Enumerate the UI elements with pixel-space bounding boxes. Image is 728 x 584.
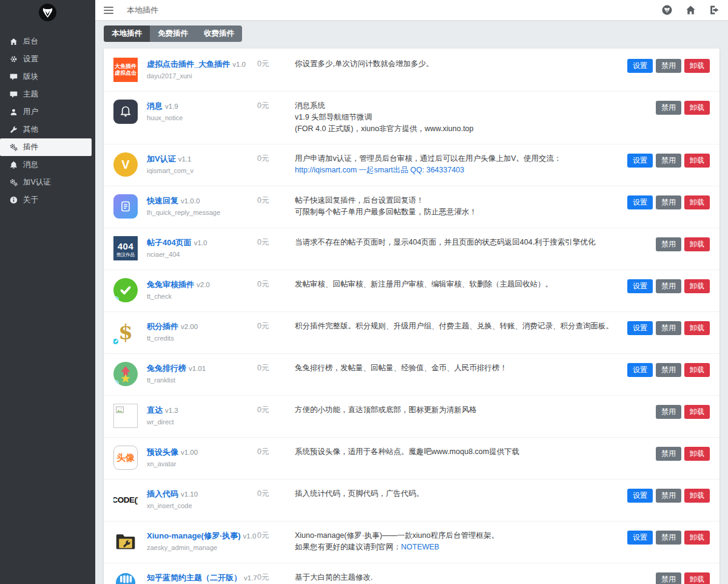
plugin-list-card: 大鱼插件虚拟点击虚拟点击插件_大鱼插件v1.0dayu2017_xuni0元你设…: [104, 49, 720, 584]
uninstall-button[interactable]: 卸载: [684, 279, 710, 293]
plugin-description: 发帖审核、回帖审核、新注册用户审核、编辑审核、软删除（主题回收站）。: [295, 278, 627, 302]
description-link[interactable]: NOTEWEB: [401, 543, 439, 551]
uninstall-button[interactable]: 卸载: [684, 321, 710, 335]
plugin-name-link[interactable]: 插入代码: [147, 489, 178, 498]
disable-button[interactable]: 禁用: [656, 572, 681, 584]
topbar: 本地插件: [95, 0, 728, 20]
settings-button[interactable]: 设置: [627, 59, 653, 73]
uninstall-button[interactable]: 卸载: [684, 101, 710, 115]
sidebar-item-zhuti[interactable]: 主题: [0, 86, 95, 103]
sidebar-item-guanyu[interactable]: 关于: [0, 191, 95, 209]
v-badge-icon: V: [113, 152, 138, 177]
sidebar-item-shezhi[interactable]: 设置: [0, 50, 95, 68]
plugin-name-link[interactable]: 消息: [147, 101, 163, 110]
home-icon[interactable]: [686, 5, 696, 15]
plugin-row: 头像预设头像v1.00xn_avatar0元系统预设头像，适用于各种站点。魔趣吧…: [104, 438, 720, 480]
disable-button[interactable]: 禁用: [656, 489, 681, 503]
disable-button[interactable]: 禁用: [656, 531, 681, 545]
sidebar-item-label: 用户: [23, 107, 38, 117]
plugin-price: 0元: [257, 404, 295, 428]
settings-button[interactable]: 设置: [627, 195, 653, 209]
disable-button[interactable]: 禁用: [656, 405, 681, 419]
settings-button[interactable]: 设置: [627, 321, 653, 335]
plugin-price: 0元: [257, 100, 295, 135]
disable-button[interactable]: 禁用: [656, 237, 681, 251]
disable-button[interactable]: 禁用: [656, 279, 681, 293]
uninstall-button[interactable]: 卸载: [684, 489, 710, 503]
plugin-name-link[interactable]: 兔兔排行榜: [147, 364, 186, 373]
sidebar-item-jiav[interactable]: 加V认证: [0, 174, 95, 191]
uninstall-button[interactable]: 卸载: [684, 531, 710, 545]
disable-button[interactable]: 禁用: [656, 363, 681, 377]
sidebar-item-houtai[interactable]: 后台: [0, 33, 95, 50]
plugin-icon-cell: V: [113, 152, 138, 177]
plugin-description: 方便的小功能，直达顶部或底部，图标更新为清新风格: [295, 404, 656, 428]
edit-badge-icon: [113, 338, 119, 344]
plugin-name-link[interactable]: 帖子404页面: [147, 238, 192, 247]
plugin-name-link[interactable]: 兔兔审核插件: [147, 280, 194, 289]
sidebar-item-qita[interactable]: 其他: [0, 121, 95, 138]
disable-button[interactable]: 禁用: [656, 447, 681, 461]
sidebar-item-chajian[interactable]: 插件: [0, 138, 92, 156]
disable-button[interactable]: 禁用: [656, 195, 681, 209]
plugin-icon-cell: [113, 278, 138, 302]
settings-button[interactable]: 设置: [627, 489, 653, 503]
disable-button[interactable]: 禁用: [656, 321, 681, 335]
settings-button[interactable]: 设置: [627, 279, 653, 293]
uninstall-button[interactable]: 卸载: [684, 572, 710, 584]
logo-wrap: [0, 0, 95, 30]
uninstall-button[interactable]: 卸载: [684, 447, 710, 461]
uninstall-button[interactable]: 卸载: [684, 154, 710, 168]
description-link[interactable]: http://iqismart.com 一起smart出品 QQ: 364337…: [295, 166, 464, 174]
disable-button[interactable]: 禁用: [656, 59, 681, 73]
plugin-name-link[interactable]: 知乎蓝简约主题（二开版）: [147, 573, 241, 582]
uninstall-button[interactable]: 卸载: [684, 195, 710, 209]
settings-button[interactable]: 设置: [627, 363, 653, 377]
plugin-name-link[interactable]: 加V认证: [147, 154, 176, 163]
plugin-version: v2.0: [197, 281, 210, 288]
tab-local-plugins[interactable]: 本地插件: [104, 25, 150, 42]
plugin-name-link[interactable]: 虚拟点击插件_大鱼插件: [147, 59, 230, 69]
plugin-info: 插入代码v1.10xn_insert_code: [147, 487, 257, 512]
sidebar-item-xiaoxi[interactable]: 消息: [0, 156, 95, 174]
settings-button[interactable]: 设置: [627, 154, 653, 168]
plugin-name-link[interactable]: 积分插件: [147, 322, 178, 331]
check-icon: [113, 278, 138, 302]
avatar-text-icon: 头像: [113, 446, 138, 470]
plugin-name-link[interactable]: 直达: [147, 406, 163, 415]
menu-toggle-icon[interactable]: [104, 7, 113, 14]
description-text: 可限制每个帖子单用户最多回帖数量，防止恶意灌水！: [295, 208, 477, 216]
tab-paid-plugins[interactable]: 收费插件: [196, 25, 242, 42]
tab-free-plugins[interactable]: 免费插件: [150, 25, 196, 42]
plugin-description: 你设置多少,单次访问计数就会增加多少。: [295, 58, 627, 82]
uninstall-button[interactable]: 卸载: [684, 237, 710, 251]
sidebar-item-yonghu[interactable]: 用户: [0, 103, 95, 121]
settings-button[interactable]: 设置: [627, 531, 653, 545]
plugin-name-link[interactable]: 快速回复: [147, 196, 178, 205]
plugin-info: 预设头像v1.00xn_avatar: [147, 446, 257, 470]
plugin-actions: 设置禁用卸载: [627, 194, 710, 219]
uninstall-button[interactable]: 卸载: [684, 405, 710, 419]
disable-button[interactable]: 禁用: [656, 101, 681, 115]
plugin-price: 0元: [257, 152, 295, 177]
uninstall-button[interactable]: 卸载: [684, 59, 710, 73]
plugin-name-link[interactable]: 预设头像: [147, 447, 178, 457]
logout-icon[interactable]: [709, 5, 720, 15]
plugin-id: wr_direct: [147, 418, 257, 426]
plugin-row: $积分插件v2.00tt_credits0元积分插件完整版。积分规则、升级用户组…: [104, 312, 720, 354]
sidebar-item-bankuai[interactable]: 版块: [0, 68, 95, 86]
plugin-name-link[interactable]: Xiuno-manage(修罗·执事): [147, 531, 241, 540]
plugin-description: 用户申请加v认证，管理员后台审核，通过后可以在用户头像上加V。使用交流：http…: [295, 152, 627, 177]
xiuno-fox-logo[interactable]: [38, 3, 57, 22]
user-avatar-icon[interactable]: [662, 5, 672, 15]
plugin-list: 大鱼插件虚拟点击虚拟点击插件_大鱼插件v1.0dayu2017_xuni0元你设…: [104, 50, 720, 584]
plugin-info: 积分插件v2.00tt_credits: [147, 320, 257, 344]
sidebar-item-label: 插件: [23, 142, 38, 152]
plugin-version: v1.01: [189, 365, 206, 372]
disable-button[interactable]: 禁用: [656, 154, 681, 168]
description-text: Xiuno-manage(修罗·执事)——一款xiuno程序后台管理框架。: [295, 531, 499, 540]
uninstall-button[interactable]: 卸载: [684, 363, 710, 377]
plugin-description: 插入统计代码，页脚代码，广告代码。: [295, 487, 627, 512]
plugin-actions: 禁用卸载: [656, 571, 710, 584]
plugin-version: v1.7: [244, 574, 257, 582]
